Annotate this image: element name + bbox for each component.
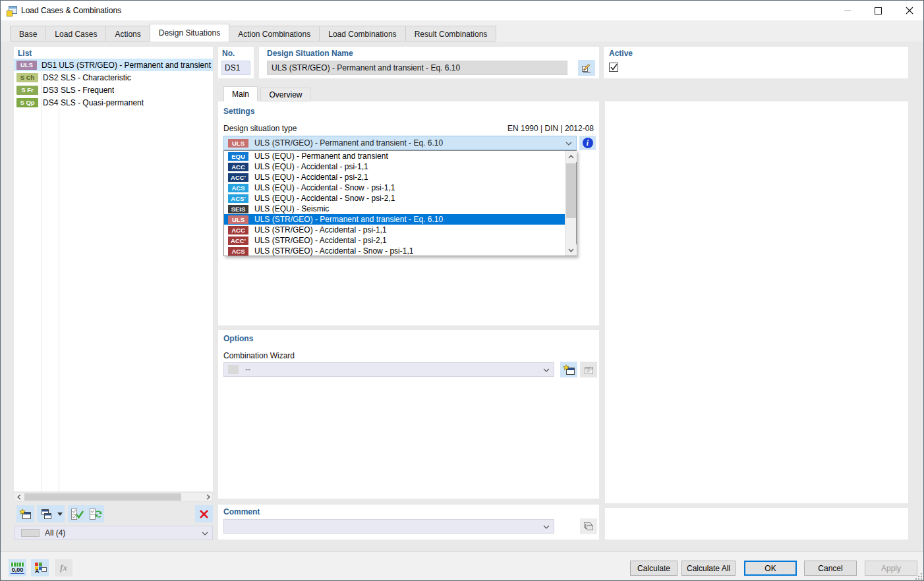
no-panel: No. DS1 — [218, 47, 254, 78]
invert-selection-button[interactable] — [86, 505, 104, 522]
design-situation-type-combo[interactable]: ULS ULS (STR/GEO) - Permanent and transi… — [223, 136, 577, 150]
close-button[interactable] — [894, 1, 924, 20]
tab-load-combinations[interactable]: Load Combinations — [320, 26, 405, 42]
scrollbar-thumb[interactable] — [24, 493, 181, 501]
dropdown-item[interactable]: ACC ULS (STR/GEO) - Accidental - psi-1,1 — [224, 225, 565, 235]
dropdown-item[interactable]: ACS ULS (EQU) - Accidental - Snow - psi-… — [224, 182, 565, 193]
fx-icon: fx — [60, 563, 67, 573]
type-badge: ACS — [228, 184, 248, 192]
detail-preview-panel — [605, 101, 908, 503]
scroll-right-icon[interactable] — [204, 493, 212, 501]
ok-button[interactable]: OK — [744, 561, 797, 576]
delete-design-situation-button[interactable] — [195, 505, 213, 522]
tab-action-combinations[interactable]: Action Combinations — [229, 26, 320, 42]
filter-label: All (4) — [45, 528, 65, 538]
type-badge: ULS — [228, 215, 248, 224]
dropdown-item-label: ULS (STR/GEO) - Accidental - psi-2,1 — [254, 236, 387, 245]
comment-header: Comment — [223, 507, 260, 516]
sub-tab-bar: Main Overview — [223, 86, 310, 101]
minimize-button[interactable] — [832, 1, 862, 20]
load-cases-dialog: Load Cases & Combinations Base Load Case… — [0, 0, 924, 581]
settings-header: Settings — [223, 107, 254, 116]
copy-options-dropdown-button[interactable] — [55, 505, 65, 522]
list-item-ds2[interactable]: S Ch DS2 SLS - Characteristic — [14, 71, 213, 84]
scroll-left-icon[interactable] — [14, 493, 23, 501]
dropdown-item[interactable]: ACC' ULS (EQU) - Accidental - psi-2,1 — [224, 172, 565, 182]
list-item-ds3[interactable]: S Fr DS3 SLS - Frequent — [14, 84, 213, 96]
type-combo-value: ULS (STR/GEO) - Permanent and transient … — [254, 138, 443, 148]
copy-comment-button[interactable] — [580, 518, 597, 534]
main-tab-bar: Base Load Cases Actions Design Situation… — [1, 20, 923, 42]
info-icon: i — [583, 138, 593, 148]
type-badge: ACC' — [228, 236, 248, 245]
calculate-button[interactable]: Calculate — [630, 561, 678, 576]
active-checkbox[interactable] — [609, 63, 618, 72]
maximize-button[interactable] — [863, 1, 893, 20]
copy-items-icon — [40, 509, 53, 520]
dropdown-item[interactable]: SEIS ULS (EQU) - Seismic — [224, 204, 565, 214]
list-item-name: SLS - Frequent — [61, 86, 114, 95]
scroll-down-icon[interactable] — [565, 244, 577, 256]
comment-combo[interactable] — [223, 519, 554, 534]
copy-design-situation-button[interactable] — [37, 505, 55, 522]
dropdown-item-label: ULS (EQU) - Accidental - Snow - psi-2,1 — [254, 194, 395, 203]
design-situations-list-panel: List ULS DS1 ULS (STR/GEO) - Permanent a… — [14, 47, 213, 491]
rename-button[interactable] — [578, 60, 595, 76]
new-item-icon — [563, 364, 575, 375]
checkmark-icon — [610, 64, 618, 70]
dropdown-item[interactable]: ACS' ULS (EQU) - Accidental - Snow - psi… — [224, 193, 565, 204]
cancel-button[interactable]: Cancel — [804, 561, 857, 576]
units-settings-button[interactable]: 0,00 — [9, 559, 26, 576]
dropdown-scrollbar[interactable] — [565, 151, 576, 256]
app-icon — [7, 5, 18, 19]
tab-result-combinations[interactable]: Result Combinations — [406, 26, 497, 42]
apply-button[interactable]: Apply — [865, 561, 917, 576]
tab-design-situations[interactable]: Design Situations — [150, 24, 229, 42]
type-info-button[interactable]: i — [579, 136, 596, 150]
resize-grip[interactable] — [914, 572, 922, 580]
combination-wizard-combo[interactable]: -- — [223, 362, 554, 377]
chevron-down-icon — [565, 138, 572, 148]
design-situation-name-field[interactable]: ULS (STR/GEO) - Permanent and transient … — [267, 61, 567, 75]
dropdown-item[interactable]: ACS ULS (STR/GEO) - Accidental - Snow - … — [224, 246, 565, 256]
edit-combination-wizard-button[interactable] — [580, 362, 597, 377]
new-design-situation-button[interactable] — [16, 505, 34, 522]
list-horizontal-scrollbar[interactable] — [14, 492, 213, 502]
dropdown-arrow-icon — [57, 512, 63, 516]
minimize-icon — [844, 11, 851, 11]
tab-base[interactable]: Base — [10, 26, 46, 42]
footer-bar: 0,00 A fx Calculate Calculate All OK Can… — [1, 551, 923, 581]
subtab-main[interactable]: Main — [223, 86, 258, 101]
list-item-name: ULS (STR/GEO) - Permanent and transient … — [59, 61, 213, 70]
list-item-no: DS4 — [43, 98, 59, 107]
list-item-ds1[interactable]: ULS DS1 ULS (STR/GEO) - Permanent and tr… — [14, 59, 213, 71]
tab-actions[interactable]: Actions — [106, 26, 150, 42]
detail-footer-panel — [605, 508, 908, 540]
delete-icon — [199, 509, 209, 519]
tab-load-cases[interactable]: Load Cases — [46, 26, 106, 42]
formula-button[interactable]: fx — [55, 559, 72, 576]
list-item-name: SLS - Quasi-permanent — [61, 98, 144, 107]
svg-text:A: A — [35, 568, 40, 574]
list-filter-combo[interactable]: All (4) — [14, 526, 213, 540]
new-combination-wizard-button[interactable] — [560, 362, 577, 377]
dropdown-item[interactable]: ACC ULS (EQU) - Accidental - psi-1,1 — [224, 161, 565, 172]
dropdown-item[interactable]: ACC' ULS (STR/GEO) - Accidental - psi-2,… — [224, 235, 565, 246]
list-column-divider — [59, 59, 59, 491]
calculate-all-button[interactable]: Calculate All — [681, 561, 736, 576]
list-item-no: DS1 — [42, 61, 57, 70]
scrollbar-thumb[interactable] — [566, 163, 576, 218]
subtab-overview[interactable]: Overview — [260, 88, 310, 101]
dropdown-item-selected[interactable]: ULS ULS (STR/GEO) - Permanent and transi… — [224, 214, 565, 225]
filter-swatch — [21, 529, 40, 537]
design-situation-badge: S Qp — [16, 98, 38, 107]
list-item-ds4[interactable]: S Qp DS4 SLS - Quasi-permanent — [14, 96, 213, 109]
dropdown-item[interactable]: EQU ULS (EQU) - Permanent and transient — [224, 151, 565, 161]
type-badge: ACC' — [228, 173, 248, 182]
no-value-field[interactable]: DS1 — [221, 61, 250, 75]
display-settings-button[interactable]: A — [31, 559, 49, 576]
select-all-button[interactable] — [68, 505, 86, 522]
scroll-up-icon[interactable] — [565, 151, 577, 162]
list-item-name: SLS - Characteristic — [61, 73, 131, 82]
type-badge: SEIS — [228, 205, 248, 213]
